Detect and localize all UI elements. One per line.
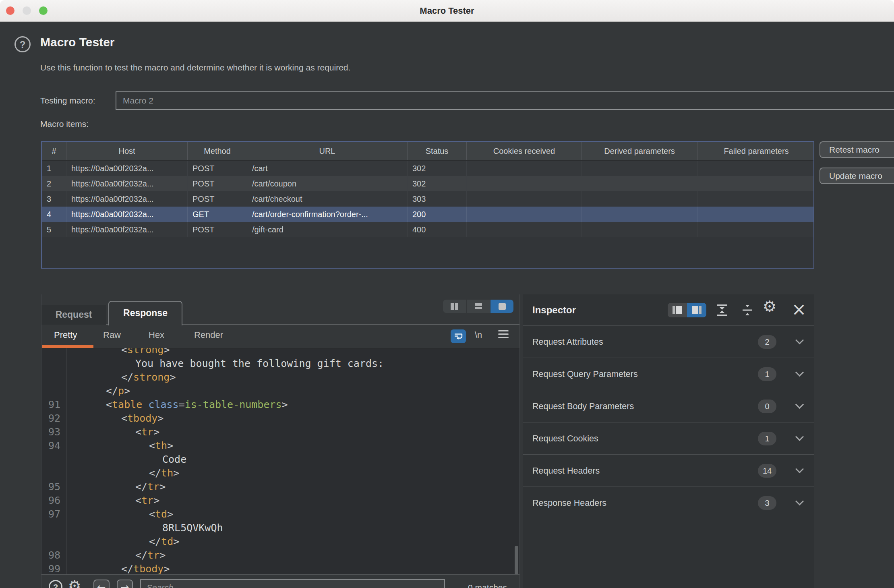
table-row[interactable]: 4https://0a0a00f2032a...GET/cart/order-c… <box>42 207 813 222</box>
next-match-button[interactable]: → <box>117 580 133 588</box>
collapse-all-button[interactable] <box>741 304 753 317</box>
line-number: 95 <box>41 480 67 494</box>
code-line: 8RL5QVKwQh <box>41 521 519 535</box>
line-number: 96 <box>41 494 67 507</box>
chevron-down-icon[interactable] <box>795 433 804 441</box>
table-cell: 303 <box>408 191 467 207</box>
column-header[interactable]: Method <box>188 142 247 160</box>
table-cell <box>697 222 814 237</box>
chevron-down-icon[interactable] <box>795 465 804 473</box>
chevron-down-icon[interactable] <box>795 400 804 409</box>
view-tab-pretty[interactable]: Pretty <box>54 325 77 345</box>
table-row[interactable]: 5https://0a0a00f2032a...POST/gift-card40… <box>42 222 813 237</box>
match-count: 0 matches <box>468 575 507 588</box>
search-help-icon[interactable]: ? <box>49 580 62 588</box>
testing-macro-field[interactable]: Macro 2 <box>116 91 894 110</box>
editor-menu-button[interactable] <box>498 330 509 338</box>
table-cell <box>582 176 697 191</box>
dock-left-button[interactable] <box>668 303 687 317</box>
line-number <box>41 466 67 480</box>
testing-macro-label: Testing macro: <box>40 96 95 106</box>
show-newlines-button[interactable]: \n <box>475 325 482 345</box>
inspector-dock-toggle <box>668 303 706 317</box>
help-icon[interactable]: ? <box>14 36 31 52</box>
section-label: Request Headers <box>532 455 600 487</box>
table-cell: POST <box>188 176 247 191</box>
inspector-section[interactable]: Request Body Parameters0 <box>523 390 814 422</box>
table-row[interactable]: 2https://0a0a00f2032a...POST/cart/coupon… <box>42 176 813 191</box>
hamburger-icon <box>498 330 509 331</box>
tab-response[interactable]: Response <box>108 301 182 325</box>
line-number: 93 <box>41 425 67 439</box>
tab-request[interactable]: Request <box>41 305 106 325</box>
column-header[interactable]: Status <box>408 142 467 160</box>
table-cell <box>697 176 814 191</box>
expand-all-button[interactable] <box>716 304 728 317</box>
search-input[interactable] <box>140 579 445 588</box>
line-number: 94 <box>41 439 67 453</box>
section-label: Request Body Parameters <box>532 390 634 422</box>
line-number <box>41 453 67 466</box>
chevron-down-icon[interactable] <box>795 368 804 377</box>
response-code-editor[interactable]: <strong>You have bought the following gi… <box>41 348 519 574</box>
count-badge: 1 <box>758 367 776 381</box>
previous-match-button[interactable]: ← <box>93 580 110 588</box>
inspector-panel: Inspector <box>523 294 814 588</box>
update-macro-button[interactable]: Update macro <box>820 168 894 184</box>
layout-rows-button[interactable] <box>467 300 490 313</box>
titlebar: Macro Tester <box>0 0 894 22</box>
page-description: Use this function to test the macro and … <box>40 63 350 72</box>
table-cell: /gift-card <box>247 222 408 237</box>
editor-layout-toggle <box>443 300 513 313</box>
layout-columns-button[interactable] <box>443 300 466 313</box>
view-tab-raw[interactable]: Raw <box>103 325 121 345</box>
dock-left-icon <box>673 306 675 314</box>
table-cell: 400 <box>408 222 467 237</box>
view-tab-render[interactable]: Render <box>194 325 223 345</box>
code-line: </th> <box>41 466 519 480</box>
table-cell: https://0a0a00f2032a... <box>66 161 188 176</box>
table-cell <box>467 222 582 237</box>
line-number <box>41 357 67 371</box>
table-cell: 302 <box>408 161 467 176</box>
table-cell: 4 <box>42 207 66 222</box>
editor-search-bar: ? ⚙ ← → 0 matches <box>41 574 519 588</box>
column-header[interactable]: URL <box>247 142 408 160</box>
column-header[interactable]: Derived parameters <box>582 142 697 160</box>
column-header[interactable]: Cookies received <box>467 142 582 160</box>
inspector-section[interactable]: Request Attributes2 <box>523 326 814 358</box>
inspector-section[interactable]: Request Headers14 <box>523 455 814 487</box>
chevron-down-icon[interactable] <box>795 497 804 505</box>
inspector-close-icon[interactable]: × <box>790 299 808 319</box>
word-wrap-button[interactable] <box>451 329 466 343</box>
count-badge: 1 <box>758 432 776 445</box>
code-line: </strong> <box>41 371 519 384</box>
editor-scrollbar[interactable] <box>515 546 518 574</box>
inspector-settings-gear-icon[interactable]: ⚙ <box>763 298 776 315</box>
dialog-content: ? Macro Tester Use this function to test… <box>0 22 894 588</box>
inspector-section[interactable]: Request Query Parameters1 <box>523 358 814 390</box>
section-label: Response Headers <box>532 487 606 519</box>
line-number: 91 <box>41 398 67 412</box>
view-tab-hex[interactable]: Hex <box>149 325 164 345</box>
chevron-down-icon[interactable] <box>795 336 804 344</box>
code-line: </td> <box>41 535 519 549</box>
search-settings-gear-icon[interactable]: ⚙ <box>68 578 81 588</box>
table-cell: POST <box>188 191 247 207</box>
line-number: 97 <box>41 507 67 521</box>
table-cell: 302 <box>408 176 467 191</box>
inspector-section[interactable]: Response Headers3 <box>523 487 814 519</box>
column-header[interactable]: Host <box>66 142 188 160</box>
inspector-section[interactable]: Request Cookies1 <box>523 422 814 455</box>
table-cell <box>697 207 814 222</box>
table-row[interactable]: 1https://0a0a00f2032a...POST/cart302 <box>42 161 813 176</box>
layout-single-button[interactable] <box>490 300 513 313</box>
line-number: 92 <box>41 412 67 425</box>
column-header[interactable]: # <box>42 142 66 160</box>
dock-right-button[interactable] <box>687 303 706 317</box>
code-line: </p> <box>41 384 519 398</box>
table-row[interactable]: 3https://0a0a00f2032a...POST/cart/checko… <box>42 191 813 207</box>
column-header[interactable]: Failed parameters <box>697 142 814 160</box>
retest-macro-button[interactable]: Retest macro <box>820 141 894 158</box>
code-lines: <strong>You have bought the following gi… <box>41 348 519 574</box>
